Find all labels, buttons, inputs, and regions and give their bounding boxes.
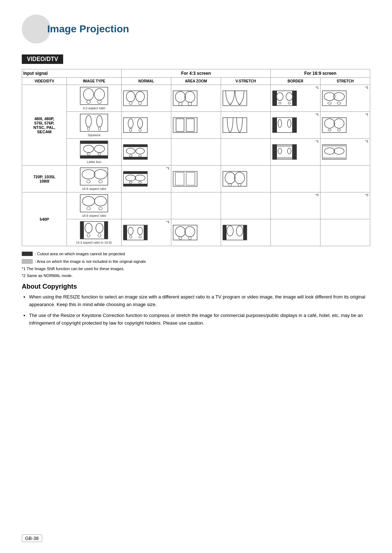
svg-point-85 [135, 175, 145, 181]
cell-480-lb-vstretch [221, 139, 270, 166]
label-540p-169ar: 16:9 aspect ratio [82, 214, 106, 217]
svg-point-30 [97, 115, 102, 127]
signal-group-720p: 720P, 1035I,1080I [22, 166, 67, 192]
svg-point-49 [338, 129, 340, 131]
col-header-videodtv: Video/DTV [22, 78, 67, 85]
svg-rect-101 [104, 221, 108, 239]
legend-row-2: : Area on which the image is not include… [22, 258, 370, 265]
svg-point-87 [139, 182, 142, 183]
svg-rect-59 [123, 157, 147, 159]
svg-point-112 [139, 235, 141, 238]
svg-rect-5 [123, 91, 147, 106]
cell-540p-169ar-vstretch [221, 192, 270, 219]
svg-point-70 [287, 148, 291, 154]
svg-point-62 [129, 155, 132, 157]
col-header-input-signal: Input signal [22, 69, 122, 78]
page-number: GB-38 [22, 534, 42, 542]
about-copyrights-section: About Copyrights When using the RESIZE f… [22, 283, 370, 327]
svg-point-6 [126, 92, 135, 102]
table-row: 540P 16:9 aspect ratio [22, 192, 370, 219]
svg-point-95 [82, 196, 95, 206]
cell-480-sq-stretch: *1 [320, 112, 370, 139]
svg-point-105 [98, 233, 101, 237]
svg-rect-99 [80, 221, 108, 239]
svg-rect-73 [322, 158, 346, 159]
svg-rect-51 [80, 141, 108, 144]
imgtype-169ar: 16:9 aspect ratio [67, 166, 122, 192]
col-header-vstretch: V-STRETCH [221, 78, 270, 85]
svg-point-44 [287, 119, 291, 127]
svg-rect-41 [273, 118, 277, 133]
svg-rect-68 [277, 157, 292, 159]
svg-point-55 [87, 153, 90, 155]
cell-480-43ar-normal [121, 85, 171, 112]
svg-point-91 [234, 172, 245, 184]
svg-point-12 [185, 92, 195, 102]
cell-540p-169ar-stretch: *2 [320, 192, 370, 219]
cell-540p-43in169-stretch [320, 219, 370, 246]
copyright-bullet-2: The use of the Resize or Keystone Correc… [29, 312, 370, 327]
legend-light-box [22, 259, 33, 264]
svg-rect-38 [173, 118, 197, 133]
col-header-border: BORDER [270, 78, 320, 85]
table-row: Letter box *1 [22, 139, 370, 166]
section-title: VIDEO/DTV [22, 54, 63, 64]
svg-rect-120 [243, 225, 247, 240]
svg-point-114 [175, 227, 185, 237]
svg-point-53 [83, 145, 94, 153]
svg-point-117 [188, 237, 191, 240]
svg-point-69 [278, 148, 282, 154]
label-letterbox: Letter box [87, 160, 101, 164]
svg-rect-72 [322, 145, 346, 146]
svg-rect-107 [123, 225, 127, 240]
svg-point-109 [128, 227, 133, 235]
svg-rect-108 [144, 225, 147, 240]
cell-480-lb-border: *1 [270, 139, 320, 166]
legend-dark-box [22, 252, 33, 256]
col-header-stretch: STRETCH [320, 78, 370, 85]
svg-rect-39 [223, 118, 247, 133]
cell-480-sq-vstretch [221, 112, 270, 139]
table-header-top: Input signal For 4:3 screen For 16:9 scr… [22, 69, 370, 78]
table-row: 480I, 480P,576I, 576P,NTSC, PAL,SECAM [22, 85, 370, 112]
svg-rect-88 [173, 171, 197, 186]
projection-table: Input signal For 4:3 screen For 16:9 scr… [22, 69, 370, 246]
label-squeeze: Squeeze [87, 133, 101, 137]
svg-point-9 [139, 102, 142, 105]
table-row: Squeeze [22, 112, 370, 139]
imgtype-letterbox: Letter box [67, 139, 122, 166]
cell-540p-169ar-border: *2 [270, 192, 320, 219]
cell-480-sq-border: *1 [270, 112, 320, 139]
svg-point-78 [94, 170, 107, 179]
table-row: (4:3 aspect ratio in 16:9) *1 [22, 219, 370, 246]
svg-point-60 [126, 148, 135, 154]
svg-point-80 [99, 180, 102, 183]
svg-rect-119 [223, 225, 226, 240]
svg-rect-17 [273, 91, 277, 106]
svg-point-20 [286, 93, 293, 101]
svg-point-115 [185, 227, 195, 237]
cell-480-sq-areazoom [171, 112, 221, 139]
svg-point-54 [94, 145, 105, 153]
header-circle-decoration [22, 15, 51, 44]
svg-point-11 [175, 92, 185, 102]
label-169ar: 16:9 aspect ratio [82, 187, 106, 191]
cell-480-lb-normal [121, 139, 171, 166]
page-title: Image Projection [47, 23, 129, 35]
svg-point-121 [227, 226, 233, 236]
copyrights-list: When using the RESIZE function to select… [22, 293, 370, 327]
cell-480-43ar-areazoom [171, 85, 221, 112]
svg-rect-66 [292, 145, 297, 159]
svg-point-84 [126, 175, 136, 181]
svg-point-122 [236, 226, 243, 236]
svg-rect-83 [123, 184, 147, 186]
svg-point-36 [130, 129, 132, 131]
svg-point-74 [324, 148, 335, 154]
svg-point-48 [328, 129, 331, 131]
table-header-sub: Video/DTV Image type NORMAL AREA ZOOM V-… [22, 78, 370, 85]
cell-720p-169ar-areazoom [171, 166, 221, 192]
svg-point-61 [136, 148, 144, 154]
cell-540p-43in169-vstretch [221, 219, 270, 246]
label-540p-43in169: (4:3 aspect ratio in 16:9) [77, 241, 112, 244]
signal-group-480: 480I, 480P,576I, 576P,NTSC, PAL,SECAM [22, 85, 67, 166]
